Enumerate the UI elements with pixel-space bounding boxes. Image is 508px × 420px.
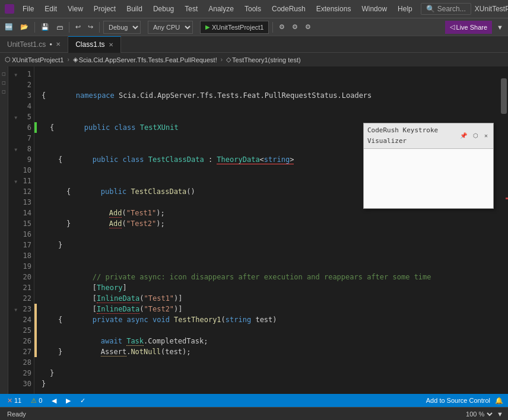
code-line-5: public class TestXUnit bbox=[42, 112, 495, 122]
close-panel-button[interactable]: ✕ bbox=[482, 131, 490, 141]
vertical-scrollbar[interactable] bbox=[500, 66, 508, 394]
code-text-area[interactable]: namespace Scia.Cid.AppServer.Tfs.Tests.F… bbox=[37, 66, 500, 394]
code-editor[interactable]: ▼1 2 3 4 ▼5 6 7 ▼8 9 10 ▼11 12 13 14 15 … bbox=[8, 66, 508, 394]
code-line-27: } bbox=[42, 346, 495, 357]
toolbar-extra-2[interactable]: ⚙ bbox=[290, 22, 300, 32]
search-box[interactable]: 🔍 Search... bbox=[421, 3, 471, 15]
run-project-label: XUnitTestProject1 bbox=[212, 24, 263, 31]
menu-tools[interactable]: Tools bbox=[240, 4, 266, 14]
run-button[interactable]: ▶ XUnitTestProject1 bbox=[200, 21, 269, 34]
zoom-dropdown-icon[interactable]: ▼ bbox=[497, 411, 503, 418]
menu-window[interactable]: Window bbox=[357, 4, 392, 14]
undo-button[interactable]: ↩ bbox=[73, 22, 83, 32]
source-control-label[interactable]: Add to Source Control bbox=[426, 397, 490, 405]
sep2 bbox=[69, 22, 69, 33]
code-line-24: { bbox=[42, 314, 495, 325]
path-class-label: Scia.Cid.AppServer.Tfs.Tests.Feat.PullRe… bbox=[79, 56, 217, 63]
play-icon: ▶ bbox=[205, 24, 210, 30]
code-line-25: await Task.CompletedTask; bbox=[42, 325, 495, 336]
close-tab-unittest[interactable]: ✕ bbox=[56, 41, 61, 47]
open-button[interactable]: 📂 bbox=[18, 22, 31, 32]
app-icon bbox=[5, 4, 14, 14]
path-member[interactable]: ◇ TestTheory1(string test) bbox=[224, 55, 303, 64]
path-class[interactable]: ◈ Scia.Cid.AppServer.Tfs.Tests.Feat.Pull… bbox=[71, 55, 220, 64]
sep1 bbox=[34, 22, 35, 33]
float-button[interactable]: ⬡ bbox=[471, 131, 480, 141]
path-chevron-1: › bbox=[67, 56, 69, 63]
editor-main: ◻ ◻ ◻ ▼1 2 3 4 ▼5 6 7 ▼8 9 10 ▼11 12 13 … bbox=[0, 66, 508, 394]
warning-icon: ⚠ bbox=[31, 397, 37, 405]
project-title: XUnitTestProject1 bbox=[475, 5, 508, 13]
live-share-button[interactable]: ◁ Live Share bbox=[445, 21, 493, 34]
code-line-28 bbox=[42, 357, 495, 368]
path-project-label: XUnitTestProject1 bbox=[12, 56, 64, 63]
error-icon: ✕ bbox=[7, 397, 12, 405]
member-icon: ◇ bbox=[226, 56, 231, 63]
checkmark-icon: ✓ bbox=[78, 397, 88, 405]
panel-title: CodeRush Keystroke Visualizer bbox=[367, 125, 456, 147]
sep4 bbox=[272, 22, 273, 33]
nav-back[interactable]: ◀ bbox=[49, 397, 59, 405]
save-all-button[interactable]: 🗃 bbox=[54, 23, 65, 32]
path-project[interactable]: ⬡ XUnitTestProject1 bbox=[2, 55, 66, 64]
debug-config-select[interactable]: Debug bbox=[103, 21, 141, 34]
pin-button[interactable]: 📌 bbox=[458, 131, 469, 141]
menu-bar: File Edit View Project Build Debug Test … bbox=[18, 4, 417, 14]
error-status[interactable]: ✕ 11 bbox=[5, 397, 24, 405]
tab-unittest-label: UnitTest1.cs bbox=[7, 40, 46, 49]
class-icon: ◈ bbox=[73, 56, 78, 63]
error-count: 11 bbox=[14, 397, 21, 404]
code-line-22: [InlineData("Test2")] bbox=[42, 293, 495, 304]
keystroke-panel[interactable]: CodeRush Keystroke Visualizer 📌 ⬡ ✕ bbox=[363, 123, 494, 209]
code-line-20: [Theory] bbox=[42, 272, 495, 282]
tab-class1-label: Class1.ts bbox=[75, 40, 104, 49]
menu-analyze[interactable]: Analyze bbox=[204, 4, 239, 14]
code-line-4 bbox=[42, 101, 495, 112]
menu-help[interactable]: Help bbox=[393, 4, 417, 14]
code-line-2: namespace Scia.Cid.AppServer.Tfs.Tests.F… bbox=[42, 79, 495, 90]
code-line-19: // private async: icon disappears after … bbox=[42, 261, 495, 272]
tab-class1[interactable]: Class1.ts ✕ bbox=[68, 36, 120, 53]
toolbar-extra-3[interactable]: ⚙ bbox=[303, 22, 313, 32]
menu-build[interactable]: Build bbox=[122, 4, 147, 14]
search-icon: 🔍 bbox=[426, 5, 435, 13]
menu-edit[interactable]: Edit bbox=[40, 4, 62, 14]
save-button[interactable]: 💾 bbox=[39, 22, 52, 32]
toolbar-extra-4[interactable]: ▼ bbox=[494, 23, 506, 32]
menu-extensions[interactable]: Extensions bbox=[312, 4, 356, 14]
tab-unittest[interactable]: UnitTest1.cs ● ✕ bbox=[0, 36, 68, 53]
toolbar-extra-1[interactable]: ⚙ bbox=[277, 22, 287, 32]
activity-icon-1: ◻ bbox=[2, 71, 6, 77]
nav-forward[interactable]: ▶ bbox=[64, 397, 73, 405]
panel-body bbox=[364, 149, 493, 208]
code-line-23: private async void TestTheory1(string te… bbox=[42, 304, 495, 314]
code-line-16 bbox=[42, 229, 495, 240]
menu-test[interactable]: Test bbox=[180, 4, 202, 14]
sep3 bbox=[99, 22, 100, 33]
code-line-1 bbox=[42, 69, 495, 79]
scrollbar-thumb[interactable] bbox=[501, 78, 507, 114]
code-line-15: } bbox=[42, 218, 495, 229]
modified-indicator: ● bbox=[49, 42, 52, 47]
menu-coderush[interactable]: CodeRush bbox=[267, 4, 310, 14]
code-line-26: Assert.NotNull(test); bbox=[42, 336, 495, 346]
line-numbers: ▼1 2 3 4 ▼5 6 7 ▼8 9 10 ▼11 12 13 14 15 … bbox=[8, 66, 34, 394]
new-project-button[interactable]: 🆕 bbox=[2, 22, 15, 32]
path-chevron-2: › bbox=[221, 56, 223, 63]
menu-view[interactable]: View bbox=[63, 4, 88, 14]
redo-button[interactable]: ↪ bbox=[85, 22, 96, 32]
close-tab-class1[interactable]: ✕ bbox=[109, 42, 113, 48]
menu-file[interactable]: File bbox=[18, 4, 39, 14]
zoom-select[interactable]: 100 % bbox=[463, 410, 494, 418]
menu-debug[interactable]: Debug bbox=[148, 4, 179, 14]
left-activity-bar: ◻ ◻ ◻ bbox=[0, 66, 8, 394]
cpu-config-select[interactable]: Any CPU bbox=[148, 21, 193, 34]
warning-status[interactable]: ⚠ 0 bbox=[28, 397, 45, 405]
status-bar: ✕ 11 ⚠ 0 ◀ ▶ ✓ Add to Source Control 🔔 bbox=[0, 394, 508, 407]
menu-project[interactable]: Project bbox=[89, 4, 120, 14]
activity-icon-3: ◻ bbox=[2, 89, 6, 94]
notification-bell[interactable]: 🔔 bbox=[495, 397, 503, 405]
live-share-label: Live Share bbox=[456, 24, 488, 31]
code-line-18 bbox=[42, 250, 495, 261]
code-line-3: { bbox=[42, 90, 495, 101]
